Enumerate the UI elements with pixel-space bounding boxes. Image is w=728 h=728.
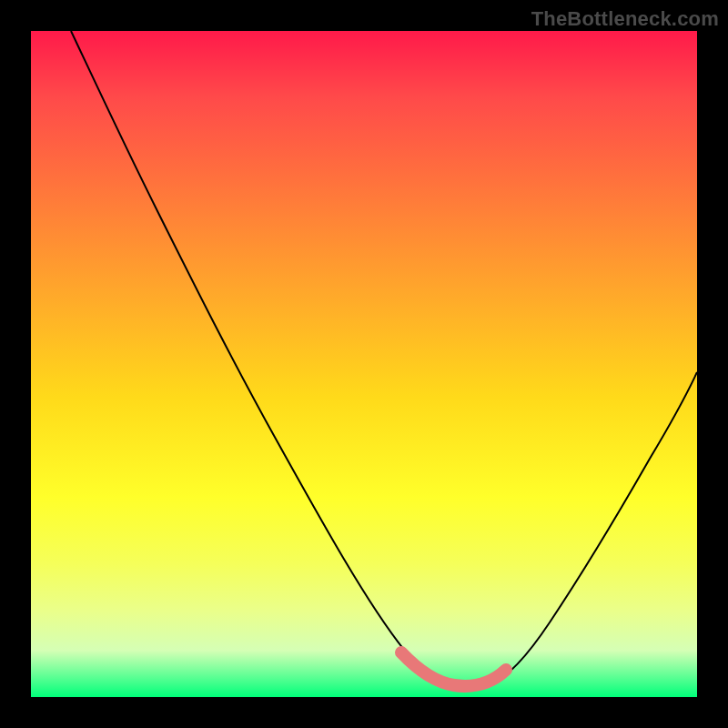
watermark-text: TheBottleneck.com — [531, 7, 719, 31]
optimal-range-marker — [401, 652, 506, 686]
chart-svg — [31, 31, 697, 697]
plot-gradient-area — [31, 31, 697, 697]
bottleneck-curve — [71, 31, 697, 687]
chart-container: TheBottleneck.com — [0, 0, 728, 728]
